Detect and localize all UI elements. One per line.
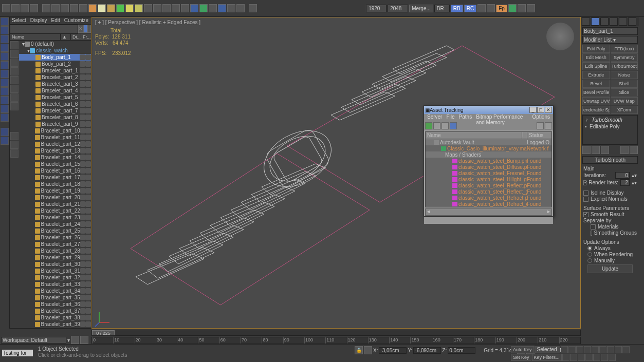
filter-space-icon[interactable] bbox=[10, 85, 19, 93]
next-frame-icon[interactable] bbox=[584, 346, 591, 353]
scene-bracelet-22[interactable]: Bracelet_part_22 bbox=[19, 207, 91, 214]
zoom-icon[interactable] bbox=[562, 354, 569, 361]
asset-row-2[interactable]: classic_watch_steel_Fresnel_IOR.pngFound bbox=[426, 170, 551, 176]
modifier-list-dropdown[interactable]: Modifier List ▾ bbox=[582, 36, 638, 44]
zoom-all-icon[interactable] bbox=[570, 354, 577, 361]
x-field[interactable]: -3,05cm bbox=[379, 347, 407, 354]
filter-y-icon[interactable] bbox=[10, 141, 19, 149]
mod-bevel[interactable]: Bevel bbox=[582, 80, 610, 88]
tab-motion-icon[interactable] bbox=[610, 17, 618, 26]
configure-icon[interactable] bbox=[630, 146, 638, 154]
scene-bracelet-25[interactable]: Bracelet_part_25 bbox=[19, 227, 91, 234]
goto-end-icon[interactable] bbox=[592, 346, 599, 353]
menu-customize[interactable]: Customize bbox=[64, 17, 88, 24]
scene-bracelet-8[interactable]: Bracelet_part_8 bbox=[19, 114, 91, 121]
filter-lights-icon[interactable] bbox=[10, 59, 19, 67]
scene-bracelet-34[interactable]: Bracelet_part_34 bbox=[19, 288, 91, 294]
sphere6-icon[interactable] bbox=[135, 4, 143, 12]
pan-icon[interactable] bbox=[593, 354, 600, 361]
tool-g-icon[interactable] bbox=[1, 113, 9, 122]
scene-bracelet-5[interactable]: Bracelet_part_5 bbox=[19, 94, 91, 101]
resolution-height[interactable]: 2048 bbox=[388, 5, 408, 12]
asset-tracking-grid[interactable]: Name I Status Autodesk Vault Logged O Cl… bbox=[425, 131, 552, 207]
always-radio[interactable] bbox=[587, 246, 592, 251]
scene-bracelet-17[interactable]: Bracelet_part_17 bbox=[19, 174, 91, 181]
keyfilters-button[interactable]: Key Filters... bbox=[532, 354, 562, 361]
scene-body1[interactable]: Body_part_1 bbox=[19, 54, 91, 61]
orbit-icon[interactable] bbox=[601, 354, 608, 361]
asset-row-vault[interactable]: Autodesk Vault Logged O bbox=[426, 139, 551, 145]
col-status[interactable]: Status bbox=[527, 132, 551, 139]
scene-bracelet-16[interactable]: Bracelet_part_16 bbox=[19, 167, 91, 174]
scene-bracelet-36[interactable]: Bracelet_part_36 bbox=[19, 301, 91, 308]
filter-shapes-icon[interactable] bbox=[10, 50, 19, 58]
toggle1-icon[interactable] bbox=[162, 4, 171, 12]
scene-bracelet-12[interactable]: Bracelet_part_12 bbox=[19, 141, 91, 147]
scene-bracelet-21[interactable]: Bracelet_part_21 bbox=[19, 201, 91, 207]
select-icon[interactable] bbox=[51, 4, 60, 12]
tree-icon[interactable] bbox=[508, 4, 517, 12]
materials-checkbox[interactable] bbox=[591, 224, 596, 230]
tool-f-icon[interactable] bbox=[1, 105, 9, 113]
rollout-turbosmooth[interactable]: TurboSmooth bbox=[582, 156, 638, 164]
tool-i-icon[interactable] bbox=[1, 137, 9, 145]
tool-scale-icon[interactable] bbox=[1, 44, 9, 52]
filter-x-icon[interactable] bbox=[10, 132, 19, 140]
mod-edit-spline[interactable]: Edit Spline bbox=[582, 62, 610, 70]
scene-bracelet-29[interactable]: Bracelet_part_29 bbox=[19, 254, 91, 261]
rotate-icon[interactable] bbox=[79, 4, 87, 12]
scene-bracelet-2[interactable]: Bracelet_part_2 bbox=[19, 74, 91, 81]
tool-move-icon[interactable] bbox=[1, 26, 9, 34]
tool-c-icon[interactable] bbox=[1, 79, 9, 87]
coord-toggle-icon[interactable] bbox=[364, 346, 372, 354]
when-render-radio[interactable] bbox=[587, 252, 592, 257]
autokey-button[interactable]: Auto Key bbox=[511, 346, 534, 353]
mod-noise[interactable]: Noise bbox=[611, 71, 638, 79]
tool-b-icon[interactable] bbox=[1, 70, 9, 78]
prev-frame-icon[interactable] bbox=[568, 346, 576, 353]
pin-stack-icon[interactable] bbox=[582, 146, 591, 154]
viewport-label[interactable]: [ + ] [ Perspective ] [ Realistic + Edge… bbox=[95, 20, 200, 25]
bind-icon[interactable] bbox=[42, 4, 50, 12]
scene-bracelet-6[interactable]: Bracelet_part_6 bbox=[19, 101, 91, 107]
filter-group-icon[interactable] bbox=[10, 102, 19, 110]
ws-b-icon[interactable] bbox=[80, 336, 88, 344]
scene-bracelet-28[interactable]: Bracelet_part_28 bbox=[19, 247, 91, 254]
scene-bracelet-18[interactable]: Bracelet_part_18 bbox=[19, 181, 91, 187]
tool-d-icon[interactable] bbox=[1, 87, 9, 96]
toggle-hierarchy-icon[interactable] bbox=[83, 25, 87, 33]
menu-server[interactable]: Server bbox=[427, 114, 442, 121]
mod-shell[interactable]: Shell bbox=[611, 80, 638, 88]
link-icon[interactable] bbox=[21, 4, 29, 12]
y-field[interactable]: -6,093cm bbox=[413, 347, 441, 354]
show-end-icon[interactable] bbox=[592, 146, 600, 154]
scene-bracelet-7[interactable]: Bracelet_part_7 bbox=[19, 107, 91, 114]
menu-bitmap[interactable]: Bitmap Performance and Memory bbox=[476, 114, 528, 121]
asset-row-maps[interactable]: Maps / Shaders bbox=[426, 151, 551, 158]
scene-bracelet-19[interactable]: Bracelet_part_19 bbox=[19, 187, 91, 194]
scene-bracelet-35[interactable]: Bracelet_part_35 bbox=[19, 294, 91, 301]
update-button[interactable]: Update bbox=[587, 264, 633, 273]
asset-tracking-window[interactable]: ▣ Asset Tracking _ □ ✕ Server File Paths… bbox=[424, 105, 554, 217]
toggle2-icon[interactable] bbox=[172, 4, 180, 12]
tab-hierarchy-icon[interactable] bbox=[600, 17, 609, 26]
scene-root[interactable]: ▾0 (default) bbox=[19, 41, 91, 47]
manually-radio[interactable] bbox=[587, 258, 592, 263]
render-frame-icon[interactable] bbox=[218, 4, 226, 12]
make-unique-icon[interactable] bbox=[601, 146, 609, 154]
scene-bracelet-3[interactable]: Bracelet_part_3 bbox=[19, 81, 91, 87]
asset-tracking-titlebar[interactable]: ▣ Asset Tracking _ □ ✕ bbox=[424, 106, 553, 114]
mod-ffd-box-[interactable]: FFD(box) bbox=[611, 45, 638, 53]
scene-bracelet-23[interactable]: Bracelet_part_23 bbox=[19, 214, 91, 221]
sphere3-icon[interactable] bbox=[107, 4, 115, 12]
col-name[interactable]: Name bbox=[10, 34, 60, 40]
goto-start-icon[interactable] bbox=[561, 346, 568, 353]
asset-row-5[interactable]: classic_watch_steel_Reflect_glossines.pn… bbox=[426, 188, 551, 195]
close-button[interactable]: ✕ bbox=[545, 107, 552, 113]
workspace-selector[interactable]: Workspace: Default▾ bbox=[1, 336, 88, 344]
merge-button[interactable]: Merge... bbox=[409, 5, 433, 12]
mirror-icon[interactable] bbox=[144, 4, 152, 12]
paint-select-icon[interactable] bbox=[61, 4, 69, 12]
fp-button[interactable]: Fp bbox=[496, 5, 507, 12]
scene-bracelet-13[interactable]: Bracelet_part_13 bbox=[19, 147, 91, 154]
